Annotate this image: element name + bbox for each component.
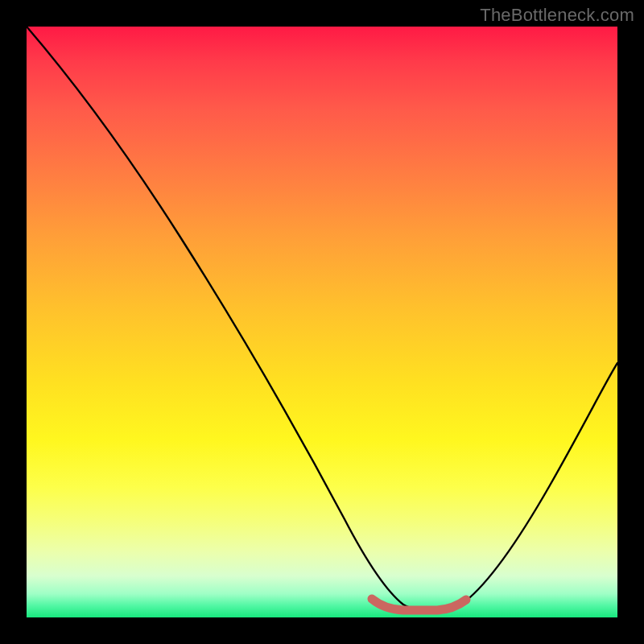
bottleneck-curve-svg xyxy=(27,27,617,617)
plot-area xyxy=(27,27,617,617)
chart-frame: TheBottleneck.com xyxy=(0,0,644,644)
watermark-text: TheBottleneck.com xyxy=(480,5,634,26)
optimal-zone-marker xyxy=(372,599,466,610)
bottleneck-curve-path xyxy=(27,27,617,611)
